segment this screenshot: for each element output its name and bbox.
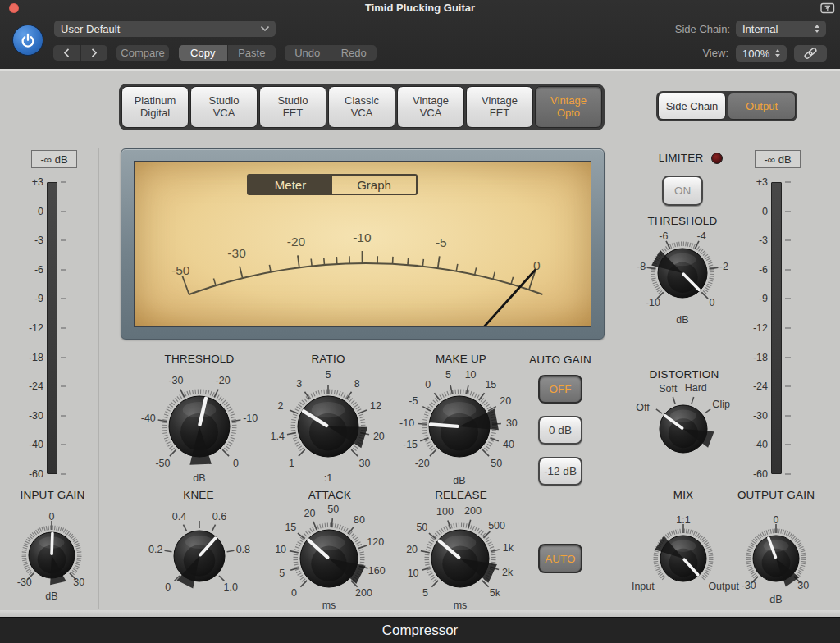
model-button-studio-fet[interactable]: StudioFET [259,86,326,128]
compare-button[interactable]: Compare [116,45,169,61]
chevron-down-icon [261,26,269,31]
side-chain-select[interactable]: Internal [736,21,826,37]
model-button-vintage-opto[interactable]: VintageOpto [535,86,602,128]
vu-tab-meter[interactable]: Meter [249,176,332,194]
limiter-threshold-knob[interactable]: -6-4-8-2-100dB [627,217,738,329]
meter-scale-label: -9 [736,293,768,304]
vu-scale-label: -50 [171,263,190,277]
meter-scale-tick [785,327,791,329]
left-peak-readout[interactable]: -∞ dB [31,150,77,168]
paste-button[interactable]: Paste [227,45,276,61]
next-preset-button[interactable] [80,45,108,61]
routing-button-output[interactable]: Output [728,93,796,120]
model-button-vintage-fet[interactable]: VintageFET [466,86,533,128]
power-button[interactable] [12,25,43,56]
divider [619,148,619,609]
meter-scale-tick [785,269,791,271]
auto-gain-option-off[interactable]: OFF [538,375,582,404]
vu-scale-label: -10 [353,230,372,244]
redo-button[interactable]: Redo [331,45,377,61]
limiter-on-button[interactable]: ON [662,176,703,206]
undo-button[interactable]: Undo [285,45,331,61]
input-meter-bar [47,182,57,474]
meter-scale-label: -24 [11,381,43,392]
makeup-knob[interactable]: -20-15-10-505101520304050dB [392,359,527,494]
output-gain-knob[interactable]: 0-3030dB [723,505,829,612]
vu-needle [460,270,536,327]
auto-release-label: AUTO [545,553,575,565]
window-title: Timid Plucking Guitar [0,2,840,14]
auto-release-button[interactable]: AUTO [538,544,582,573]
vu-scale-label: -5 [436,235,447,249]
vu-scale-label: -20 [287,235,306,249]
preset-select[interactable]: User Default [54,21,276,37]
meter-scale-label: -60 [11,468,43,480]
meter-scale-tick [785,444,791,445]
attack-knob[interactable]: 051015205080120160200ms [262,491,396,626]
link-icon [801,45,819,62]
meter-scale-tick [61,211,66,212]
stepper-icon [815,25,819,33]
meter-scale-label: +3 [736,176,768,188]
knee-knob[interactable]: 00.20.40.60.81.0 [138,495,261,618]
meter-scale-label: +3 [11,176,43,188]
input-gain-knob[interactable]: 0-3030dB [0,502,105,609]
window-upload-icon[interactable] [820,2,835,17]
side-chain-value: Internal [742,23,778,35]
limiter-label: LIMITER [659,152,704,164]
model-button-studio-vca[interactable]: StudioVCA [190,86,258,128]
meter-scale-tick [61,357,66,358]
copy-button[interactable]: Copy [179,45,227,61]
stepper-icon [775,49,780,57]
distortion-knob[interactable]: OffSoftHardClip [626,372,741,486]
meter-scale-tick [61,181,66,183]
output-meter-bar [771,182,782,474]
meter-scale-tick [785,239,791,241]
release-knob[interactable]: 51020501002005001k2k5kms [393,491,527,626]
auto-gain-option-0db[interactable]: 0 dB [538,416,582,445]
auto-gain-options: OFF0 dB-12 dB [538,375,582,498]
meter-scale-label: -18 [11,352,43,363]
meter-scale-tick [785,415,791,417]
auto-gain-option--12db[interactable]: -12 dB [538,457,582,486]
routing-button-side-chain[interactable]: Side Chain [658,93,726,120]
meter-scale-label: -12 [11,322,43,334]
preset-nav-group [53,45,107,61]
side-chain-label: Side Chain: [648,23,730,35]
vu-meter-display: -50-30-20-10-50MeterGraph [134,161,591,327]
mix-label: MIX [673,489,694,501]
meter-scale-label: -3 [11,235,43,246]
compare-label: Compare [116,45,169,61]
power-icon [20,32,36,48]
ratio-knob[interactable]: 11.42358122030:1 [261,359,395,494]
view-zoom-value: 100% [742,48,769,60]
model-button-platinum-digital[interactable]: PlatinumDigital [121,86,189,128]
meter-scale-tick [785,473,791,475]
meter-scale-tick [61,298,66,299]
model-button-vintage-vca[interactable]: VintageVCA [397,86,464,128]
meter-scale-tick [785,298,791,299]
copy-paste-group: Copy Paste [179,45,276,61]
preset-value: User Default [61,23,120,35]
meter-scale-label: 0 [736,206,768,217]
meter-scale-tick [785,385,791,387]
chevron-right-icon [91,48,97,57]
view-zoom-select[interactable]: 100% [736,45,787,62]
right-peak-readout[interactable]: -∞ dB [755,150,801,168]
meter-scale-tick [61,473,66,475]
threshold-knob[interactable]: -50-40-30-20-100dB [132,359,267,494]
previous-preset-button[interactable] [53,45,80,61]
model-button-classic-vca[interactable]: ClassicVCA [328,86,395,128]
meter-scale-tick [785,181,791,183]
chevron-left-icon [64,48,70,57]
compressor-plugin-window: Timid Plucking Guitar User Default Compa… [0,0,840,643]
vu-tab-graph[interactable]: Graph [332,176,416,194]
input-level-meter: +30-3-6-9-12-18-24-30-40-60 [11,176,81,481]
limiter-on-label: ON [674,185,691,197]
link-button[interactable] [794,45,827,62]
model-selector: PlatinumDigitalStudioVCAStudioFETClassic… [119,84,605,130]
undo-redo-group: Undo Redo [285,45,377,61]
meter-scale-tick [61,385,66,387]
output-level-meter: +30-3-6-9-12-18-24-30-40-60 [736,176,806,481]
meter-scale-tick [61,444,66,445]
